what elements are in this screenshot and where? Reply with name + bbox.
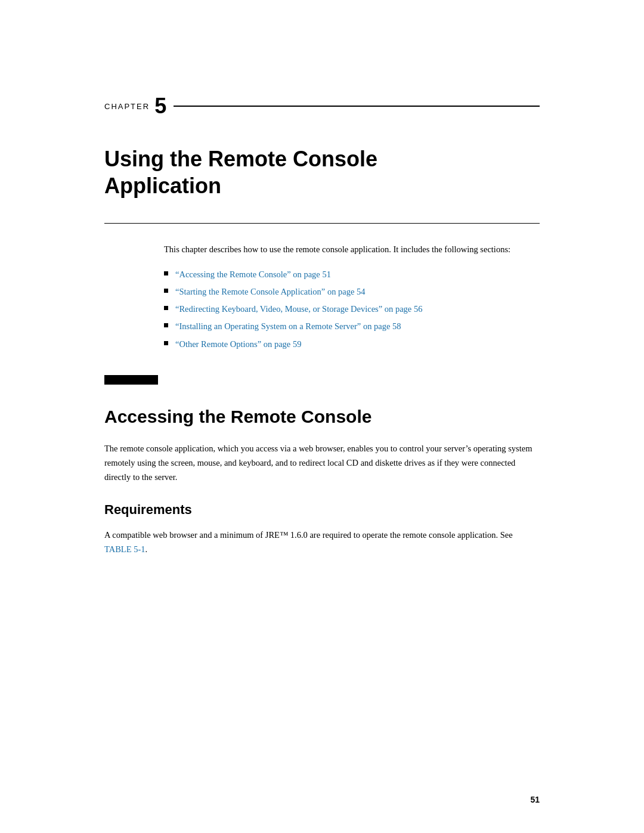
subsection1-body-suffix: . <box>145 544 148 554</box>
subsection1-body-prefix: A compatible web browser and a minimum o… <box>104 530 513 540</box>
section1-body: The remote console application, which yo… <box>104 442 540 485</box>
bullet-icon <box>164 289 168 293</box>
toc-list: “Accessing the Remote Console” on page 5… <box>164 268 540 351</box>
content-area: CHAPTER 5 Using the Remote Console Appli… <box>0 0 644 621</box>
toc-link-4[interactable]: “Installing an Operating System on a Rem… <box>175 320 401 333</box>
table-5-1-link[interactable]: TABLE 5-1 <box>104 544 145 554</box>
chapter-word: CHAPTER <box>104 102 150 111</box>
list-item: “Other Remote Options” on page 59 <box>164 337 540 351</box>
section-divider <box>104 223 540 224</box>
page: CHAPTER 5 Using the Remote Console Appli… <box>0 0 644 833</box>
bullet-icon <box>164 306 168 310</box>
intro-paragraph: This chapter describes how to use the re… <box>164 243 540 257</box>
bullet-icon <box>164 271 168 275</box>
list-item: “Redirecting Keyboard, Video, Mouse, or … <box>164 302 540 316</box>
bullet-icon <box>164 341 168 345</box>
toc-link-3[interactable]: “Redirecting Keyboard, Video, Mouse, or … <box>175 302 422 316</box>
subsection1-title: Requirements <box>104 501 540 518</box>
decorative-bar <box>104 375 158 385</box>
toc-link-1[interactable]: “Accessing the Remote Console” on page 5… <box>175 268 331 281</box>
page-number: 51 <box>530 795 540 804</box>
toc-link-2[interactable]: “Starting the Remote Console Application… <box>175 285 366 299</box>
toc-link-5[interactable]: “Other Remote Options” on page 59 <box>175 337 301 351</box>
chapter-number: 5 <box>154 95 166 117</box>
chapter-title: Using the Remote Console Application <box>104 145 540 199</box>
list-item: “Starting the Remote Console Application… <box>164 285 540 299</box>
chapter-label: CHAPTER 5 <box>104 95 540 117</box>
bullet-icon <box>164 323 168 327</box>
subsection1-body: A compatible web browser and a minimum o… <box>104 528 540 557</box>
list-item: “Installing an Operating System on a Rem… <box>164 320 540 333</box>
chapter-line <box>174 106 540 107</box>
section1-title: Accessing the Remote Console <box>104 406 540 428</box>
list-item: “Accessing the Remote Console” on page 5… <box>164 268 540 281</box>
